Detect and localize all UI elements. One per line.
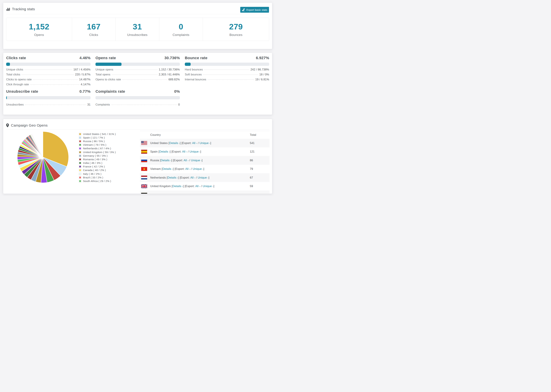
bracket: ]: [171, 159, 172, 162]
details-link[interactable]: Details ›: [164, 193, 174, 194]
geo-opens-table: Country Total United States [Details ›] …: [140, 131, 269, 194]
legend-label: Germany ( 55 / 3% ): [83, 154, 107, 157]
export-unique-link[interactable]: Unique ›: [199, 141, 210, 145]
details-link[interactable]: Details ›: [161, 159, 171, 162]
legend-label: Canada ( 40 / 2% ): [83, 169, 106, 172]
unsubscribe-rate-title: Unsubscribe rate: [6, 89, 38, 94]
export-all-label: All: [182, 150, 185, 153]
metric-row: Internal bounces19 / 6.81%: [185, 78, 269, 83]
export-all-link[interactable]: All ›: [195, 185, 200, 188]
legend-item: France ( 42 / 2% ): [79, 165, 116, 168]
export-all-label: All: [195, 185, 198, 188]
bounce-rate-panel: Bounce rate6.927%Hard bounces242 / 86.73…: [185, 56, 269, 88]
bounce-rate-value: 6.927%: [256, 56, 269, 60]
details-link[interactable]: Details ›: [172, 185, 183, 188]
metric-row: Click through rate4.147%: [6, 83, 91, 88]
export-all-label: All: [185, 167, 189, 170]
pie-chart-svg: [16, 131, 70, 184]
dotted-leader: [33, 79, 78, 80]
export-prefix: [Export:: [180, 176, 190, 179]
export-basic-stats-label: Export basic stats: [247, 8, 267, 11]
export-unique-label: Unique: [203, 185, 212, 188]
geo-table-total-cell: 79: [250, 167, 253, 170]
export-unique-link[interactable]: Unique ›: [191, 159, 202, 162]
legend-label: United Kingdom ( 59 / 3% ): [83, 151, 116, 154]
legend-swatch: [79, 162, 81, 164]
export-prefix: [Export:: [175, 167, 184, 170]
legend-item: South Africa ( 29 / 2% ): [79, 179, 116, 183]
legend-item: Spain ( 121 / 7% ): [79, 136, 116, 139]
export-all-label: All: [184, 159, 187, 162]
export-all-link[interactable]: All ›: [184, 159, 189, 162]
export-basic-stats-button[interactable]: Export basic stats: [240, 7, 269, 13]
clicks-rate-rows: Unique clicks167 / 4.456%Total clicks220…: [6, 68, 91, 88]
metric-label: Click through rate: [6, 83, 29, 86]
legend-item: United Kingdom ( 59 / 3% ): [79, 150, 116, 154]
geo-opens-pie-chart[interactable]: [16, 131, 70, 184]
metric-value: 19 / 6.81%: [255, 78, 269, 81]
export-all-link[interactable]: All ›: [190, 176, 195, 179]
metric-value: 18 / 0%: [259, 73, 269, 76]
stat-value-unsubscribes: 31: [133, 22, 142, 31]
export-all-label: All: [190, 176, 194, 179]
geo-table-body: United States [Details ›] [Export: All ›…: [140, 139, 269, 194]
details-link[interactable]: Details ›: [162, 167, 173, 170]
bracket: ]: [213, 185, 214, 188]
geo-table-country-cell: Russia [Details ›] [Export: All › / Uniq…: [150, 159, 203, 162]
bracket: ]: [183, 185, 184, 188]
united-states-flag-icon: [141, 141, 147, 145]
clicks-rate-title: Clicks rate: [6, 56, 26, 60]
campaign-geo-opens-title: Campaign Geo Opens: [11, 123, 48, 127]
complaints-rate-title: Complaints rate: [95, 89, 125, 94]
geo-table-total-header: Total: [250, 133, 256, 137]
export-unique-link[interactable]: Unique ›: [193, 167, 204, 170]
slash-separator: /: [192, 193, 193, 194]
legend-item: Germany ( 55 / 3% ): [79, 154, 116, 158]
export-unique-link[interactable]: Unique ›: [194, 193, 205, 194]
slash-separator: /: [188, 150, 189, 153]
geo-table-header-row: Country Total: [140, 131, 269, 139]
metric-row: Total opens2,303 / 61.446%: [95, 73, 180, 78]
metric-value: 4.147%: [81, 83, 91, 86]
export-all-link[interactable]: All ›: [186, 193, 191, 194]
export-all-link[interactable]: All ›: [182, 150, 187, 153]
legend-swatch: [79, 173, 81, 175]
details-link-label: Details: [168, 176, 177, 179]
export-prefix: [Export:: [176, 193, 186, 194]
country-name: United Kingdom: [150, 185, 171, 188]
export-prefix: [Export:: [181, 141, 191, 145]
geo-table-country-cell: United States [Details ›] [Export: All ›…: [150, 141, 211, 145]
details-link[interactable]: Details ›: [159, 150, 170, 153]
legend-label: South Africa ( 29 / 2% ): [83, 180, 111, 183]
metric-row: Unique opens1,152 / 30.736%: [95, 68, 180, 73]
legend-label: Brazil ( 33 / 2% ): [83, 176, 103, 179]
export-prefix: [Export:: [185, 185, 195, 188]
unsubscribe-rate-rows: Unsubscribes31: [6, 103, 91, 108]
details-link[interactable]: Details ›: [168, 176, 178, 179]
dotted-leader: [21, 75, 74, 75]
metric-label: Complaints: [95, 103, 110, 106]
export-all-link[interactable]: All ›: [185, 167, 190, 170]
stat-cell-opens: 1,152Opens: [6, 18, 72, 41]
bounce-rate-head: Bounce rate6.927%: [185, 56, 269, 60]
export-all-link[interactable]: All ›: [192, 141, 197, 145]
metric-row: Total clicks220 / 5.87%: [6, 73, 91, 78]
details-link-label: Details: [161, 159, 170, 162]
legend-swatch: [79, 165, 81, 168]
geo-table-row-russia: Russia [Details ›] [Export: All › / Uniq…: [140, 156, 269, 165]
legend-swatch: [79, 158, 81, 161]
legend-label: India ( 46 / 3% ): [83, 161, 102, 165]
dotted-leader: [30, 84, 80, 85]
legend-item: India ( 46 / 3% ): [79, 161, 116, 165]
export-unique-link[interactable]: Unique ›: [203, 185, 213, 188]
complaints-rate-progress-bar: [95, 96, 180, 99]
opens-rate-rows: Unique opens1,152 / 30.736%Total opens2,…: [95, 68, 180, 83]
details-link[interactable]: Details ›: [169, 141, 180, 145]
export-prefix: [Export:: [171, 150, 181, 153]
stat-value-bounces: 279: [229, 22, 243, 31]
export-unique-link[interactable]: Unique ›: [190, 150, 200, 153]
stat-value-complaints: 0: [179, 22, 183, 31]
legend-swatch: [79, 180, 81, 182]
geo-table-total-cell: 541: [250, 141, 255, 145]
export-unique-link[interactable]: Unique ›: [198, 176, 208, 179]
